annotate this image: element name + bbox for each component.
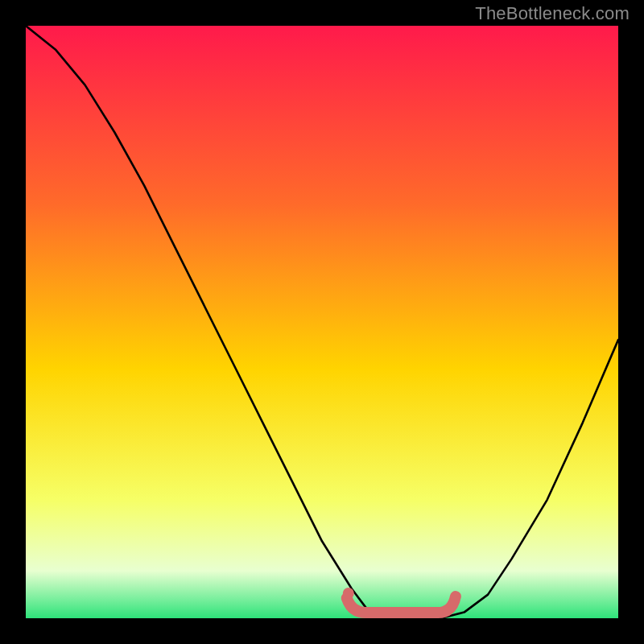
chart-frame: TheBottleneck.com [0,0,644,644]
chart-svg [26,26,618,618]
watermark-text: TheBottleneck.com [475,3,630,24]
sweet-spot-dot [343,588,354,599]
plot-area [26,26,618,618]
